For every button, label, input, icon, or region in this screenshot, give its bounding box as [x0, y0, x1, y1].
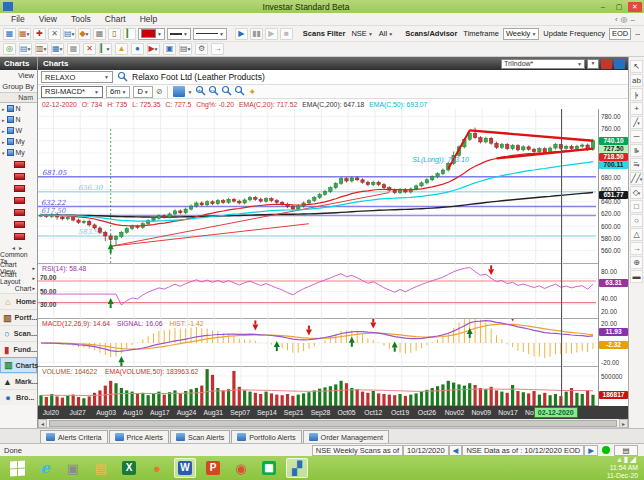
more-toggle[interactable]: --	[633, 29, 642, 38]
scroll-left-button[interactable]: ◂	[38, 419, 47, 428]
stop-icon[interactable]: ■	[280, 28, 293, 40]
alerts-bell-icon[interactable]: ▲	[115, 43, 128, 55]
maximize-chart-icon[interactable]	[614, 59, 625, 69]
pager-arrow[interactable]: ◂	[12, 244, 15, 251]
interval-select[interactable]: D▼	[133, 86, 152, 98]
menu-help[interactable]: Help	[133, 14, 164, 24]
portfolio-icon[interactable]: ▥▼	[35, 43, 48, 55]
grid-view-icon[interactable]	[601, 59, 612, 69]
nav-broker[interactable]: ●Bro...	[0, 389, 37, 405]
play-forward-icon[interactable]: ▶	[265, 28, 278, 40]
window-mode-select[interactable]: TriIndow*▼	[501, 59, 585, 69]
pitchfork-icon[interactable]: ╱╱▾	[630, 172, 643, 185]
candle-chart-icon[interactable]: ▎▼	[99, 43, 112, 55]
nav-charts[interactable]: ▥Charts	[0, 357, 37, 373]
exchange-select[interactable]: NSE ▼	[349, 29, 374, 38]
tree-item-3[interactable]: ▸My	[0, 136, 37, 147]
menu-tools[interactable]: Tools	[64, 14, 98, 24]
stats-icon[interactable]: ▎	[123, 28, 136, 40]
watchlist-row[interactable]	[0, 182, 37, 194]
scan-list-icon[interactable]: ▦▼	[51, 43, 64, 55]
system-tray[interactable]: ▴▮◢	[617, 455, 638, 464]
vertical-line-icon[interactable]: |▾	[630, 88, 643, 101]
calendar-icon[interactable]: ▦	[93, 28, 106, 40]
watchlist-row[interactable]	[0, 230, 37, 242]
watchlist-row[interactable]	[0, 158, 37, 170]
print-icon[interactable]: ▤▼	[179, 43, 192, 55]
text-icon[interactable]: ab	[630, 74, 643, 87]
refresh-icon[interactable]: ◎	[3, 43, 16, 55]
data-next-button[interactable]: ▶	[584, 445, 598, 456]
zoom-reset-icon[interactable]	[234, 85, 245, 98]
rsi-pane[interactable]: 70.0050.0030.00	[38, 264, 598, 319]
taskbar-clock[interactable]: ▴▮◢ 11:54 AM 11-Dec-20	[607, 456, 644, 480]
fibonacci-icon[interactable]: ≡▾	[630, 158, 643, 171]
pause-icon[interactable]: ▮▮	[250, 28, 263, 40]
print-status-icon[interactable]: ▤	[614, 445, 638, 456]
nav-fundamentals[interactable]: ▮Fund...	[0, 341, 37, 357]
arrow-icon[interactable]: →	[630, 242, 643, 255]
grid-icon[interactable]: ▦	[67, 43, 80, 55]
horizontal-line-icon[interactable]: ─	[630, 130, 643, 143]
eraser-icon[interactable]: ▬	[630, 270, 643, 283]
sidebar-view-button[interactable]: View	[0, 70, 37, 81]
nav-scans[interactable]: ○Scan...	[0, 325, 37, 341]
tree-item-4[interactable]: ▾My	[0, 147, 37, 158]
compare-icon[interactable]: ✕	[48, 28, 61, 40]
watchlist-row[interactable]	[0, 218, 37, 230]
scroll-right-button[interactable]: ▸	[619, 419, 628, 428]
search-icon[interactable]	[117, 71, 128, 84]
name-column-header[interactable]: Nam	[0, 92, 37, 103]
nav-home[interactable]: ⌂Home	[0, 293, 37, 309]
ellipse-icon[interactable]: ○	[630, 214, 643, 227]
watchlist-row[interactable]	[0, 206, 37, 218]
watchlist-row[interactable]	[0, 170, 37, 182]
data-prev-button[interactable]: ◀	[449, 445, 463, 456]
line-style-select[interactable]: ▼	[193, 28, 227, 40]
sidebar-groupby-button[interactable]: Group By	[0, 81, 37, 92]
play-icon[interactable]: ▶	[235, 28, 248, 40]
zoom-in-icon[interactable]: +	[195, 85, 206, 98]
trendline-icon[interactable]: ╱▾	[630, 116, 643, 129]
nav-portfolio[interactable]: ▥Portf...	[0, 309, 37, 325]
zoom-tool-icon[interactable]: ⊕	[630, 256, 643, 269]
clipboard-icon[interactable]: ▯	[108, 28, 121, 40]
excel[interactable]: X	[118, 458, 140, 478]
triangle-icon[interactable]: △	[630, 228, 643, 241]
internet-explorer[interactable]: e	[34, 458, 56, 478]
layout-icon[interactable]: ▤▼	[63, 28, 76, 40]
minimize-strip-icon[interactable]: –	[631, 15, 638, 24]
menu-extra-icons[interactable]: ‹◎–	[615, 15, 644, 24]
pager-arrow[interactable]: ▸	[19, 244, 22, 251]
new-chart-icon[interactable]: ▦	[3, 28, 16, 40]
close-button[interactable]: ✕	[628, 2, 642, 12]
chart-type-icon[interactable]	[173, 86, 185, 97]
watchlist-row[interactable]	[0, 194, 37, 206]
group-icon[interactable]: ◆▼	[78, 28, 91, 40]
crosshair-icon[interactable]: +	[630, 102, 643, 115]
pattern-icon[interactable]: ◇▾	[630, 186, 643, 199]
word[interactable]: W	[174, 458, 196, 478]
tree-item-2[interactable]: ▸W	[0, 125, 37, 136]
indicator-preset-select[interactable]: RSI-MACD*▼	[41, 86, 103, 98]
tray-icon[interactable]: ◢	[630, 455, 638, 464]
tab-order-management[interactable]: Order Management	[303, 430, 389, 443]
save-icon[interactable]: ▣	[163, 43, 176, 55]
price-chart-pane[interactable]: 681.05656.30632.22617.50583.95SL(Long)):…	[38, 109, 598, 264]
tree-item-0[interactable]: ▸N	[0, 103, 37, 114]
range-select[interactable]: 6m▼	[106, 86, 130, 98]
edit-chart-icon[interactable]: ▦▼	[18, 28, 31, 40]
tab-price-alerts[interactable]: Price Alerts	[109, 430, 169, 443]
watchlist-icon[interactable]: ▤▼	[19, 43, 32, 55]
menu-view[interactable]: View	[32, 14, 64, 24]
file-explorer[interactable]: ▤	[90, 458, 112, 478]
parallel-channel-icon[interactable]: ‖▾	[630, 144, 643, 157]
favorites-star-icon[interactable]: ✦	[248, 87, 256, 97]
color-picker[interactable]: ▼	[138, 28, 165, 40]
tab-portfolio-alerts[interactable]: Portfolio Alerts	[231, 430, 301, 443]
menu-chart[interactable]: Chart	[98, 14, 133, 24]
minimize-button[interactable]: –	[596, 2, 610, 12]
rectangle-icon[interactable]: □	[630, 200, 643, 213]
link-chart-icon[interactable]: ⊘	[156, 87, 163, 96]
zoom-out-icon[interactable]: −	[208, 85, 219, 98]
